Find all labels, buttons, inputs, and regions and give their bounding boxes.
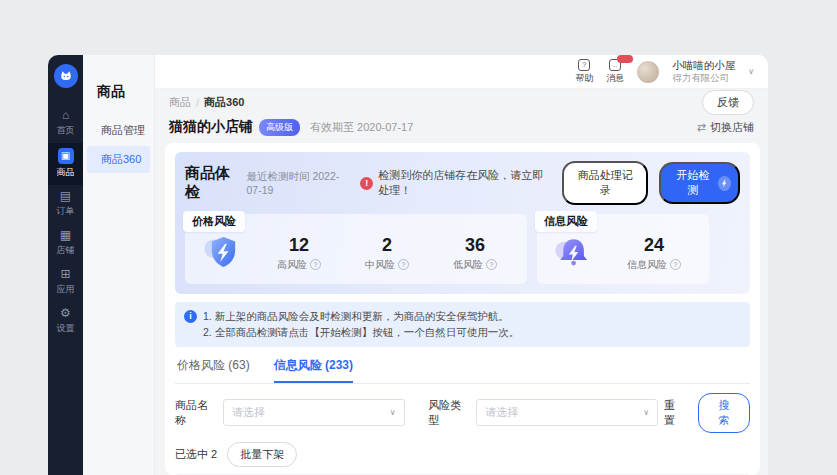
last-check-label: 最近检测时间 [247,170,310,182]
main-area: ? 帮助 ‥ 消息 小喵喵的小屋 得力有限公司 ∨ [155,55,768,475]
info-risk-value: 24 [627,235,681,256]
swap-icon: ⇄ [697,121,706,134]
breadcrumb-current: 商品360 [204,95,244,110]
product-name-select[interactable]: 请选择 ∨ [223,399,405,426]
selected-count-text: 已选中 2 [175,447,217,462]
selection-bar: 已选中 2 批量下架 [175,442,750,467]
chevron-down-icon: ∨ [643,408,649,417]
subnav-item-product-management[interactable]: 商品管理 [87,117,150,144]
sidebar-item-label: 商品 [57,166,75,179]
user-name: 小喵喵的小屋 [672,59,735,72]
help-icon: ? [578,59,590,71]
sidebar-item-apps[interactable]: ⊞ 应用 [48,263,83,302]
switch-shop-label: 切换店铺 [710,120,754,135]
selected-label: 已选中 [175,448,208,460]
risk-type-select[interactable]: 请选择 ∨ [476,399,658,426]
validity-date: 2020-07-17 [357,121,413,133]
info-risk-label: 信息风险 [627,258,667,272]
tab-price-risk[interactable]: 价格风险 (63) [177,357,250,383]
last-check-time: 最近检测时间 2022-07-19 [247,170,352,196]
info-risk-stat: 24 信息风险? [627,235,681,272]
info-risk-card-label: 信息风险 [535,211,597,232]
tab-info-risk[interactable]: 信息风险 (233) [274,357,353,383]
risk-type-placeholder: 请选择 [485,405,518,420]
help-button[interactable]: ? 帮助 [575,59,593,85]
feedback-button[interactable]: 反馈 [702,90,754,115]
sidebar-item-label: 应用 [57,283,75,296]
chevron-down-icon[interactable]: ∨ [748,67,754,76]
user-avatar[interactable] [637,61,659,83]
product-name-placeholder: 请选择 [232,405,265,420]
batch-delist-button[interactable]: 批量下架 [227,442,297,467]
lightning-icon [718,176,731,191]
messages-button[interactable]: ‥ 消息 [606,59,624,85]
low-risk-stat: 36 低风险? [453,235,497,272]
app-window: ⌂ 首页 ▣ 商品 ▤ 订单 ▦ 店铺 ⊞ 应用 ⚙ 设置 [48,55,768,475]
notice-line-1: 1. 新上架的商品风险会及时检测和更新，为商品的安全保驾护航。 [203,308,519,324]
breadcrumb-separator: / [196,97,199,109]
chevron-down-icon: ∨ [390,408,396,417]
top-header: ? 帮助 ‥ 消息 小喵喵的小屋 得力有限公司 ∨ [155,55,768,89]
risk-warning: ! 检测到你的店铺存在风险，请立即处理！ [360,168,549,198]
help-tip-icon[interactable]: ? [486,259,497,270]
shop-plan-badge: 高级版 [259,119,300,136]
filter-bar: 商品名称 请选择 ∨ 风险类型 请选择 ∨ 重置 搜索 [175,393,750,433]
sidebar-item-products[interactable]: ▣ 商品 [48,143,83,185]
help-tip-icon[interactable]: ? [310,259,321,270]
info-icon: i [184,310,197,323]
breadcrumb-parent[interactable]: 商品 [169,95,191,110]
search-button[interactable]: 搜索 [698,393,750,433]
product-checkup-panel: 商品体检 最近检测时间 2022-07-19 ! 检测到你的店铺存在风险，请立即… [175,152,750,294]
user-company: 得力有限公司 [672,72,735,84]
start-check-label: 开始检测 [674,168,712,198]
user-info[interactable]: 小喵喵的小屋 得力有限公司 [672,59,735,84]
gear-icon: ⚙ [60,307,71,320]
primary-sidebar: ⌂ 首页 ▣ 商品 ▤ 订单 ▦ 店铺 ⊞ 应用 ⚙ 设置 [48,55,83,475]
header-right-cluster: ? 帮助 ‥ 消息 小喵喵的小屋 得力有限公司 ∨ [575,59,754,85]
mid-risk-value: 2 [365,235,409,256]
price-risk-card-label: 价格风险 [183,211,245,232]
validity-label: 有效期至 [310,121,354,133]
sidebar-item-orders[interactable]: ▤ 订单 [48,185,83,224]
info-risk-card: 信息风险 [537,214,709,284]
secondary-sidebar-title: 商品 [83,55,154,115]
reset-button[interactable]: 重置 [658,394,690,432]
sidebar-item-shop[interactable]: ▦ 店铺 [48,224,83,263]
product-icon: ▣ [58,148,74,164]
price-risk-stats: 12 高风险? 2 中风险? 36 低风险? [255,235,519,272]
product-name-filter-label: 商品名称 [175,398,215,428]
app-logo[interactable] [54,64,78,88]
notice-text: 1. 新上架的商品风险会及时检测和更新，为商品的安全保驾护航。 2. 全部商品检… [203,308,519,341]
sidebar-item-label: 首页 [57,124,75,137]
low-risk-value: 36 [453,235,497,256]
help-label: 帮助 [575,72,593,85]
help-tip-icon[interactable]: ? [670,259,681,270]
shield-lightning-icon [201,232,241,276]
switch-shop-button[interactable]: ⇄ 切换店铺 [697,120,754,135]
risk-stats-row: 价格风险 [185,214,740,284]
shop-icon: ▦ [60,229,71,242]
sidebar-item-settings[interactable]: ⚙ 设置 [48,302,83,341]
home-icon: ⌂ [62,109,69,122]
low-risk-label: 低风险 [453,258,483,272]
shop-bar: 猫猫的小店铺 高级版 有效期至 2020-07-17 ⇄ 切换店铺 [155,116,768,143]
subnav-item-product-360[interactable]: 商品360 [87,146,150,173]
sidebar-item-home[interactable]: ⌂ 首页 [48,104,83,143]
high-risk-label: 高风险 [277,258,307,272]
order-icon: ▤ [60,190,71,203]
help-tip-icon[interactable]: ? [398,259,409,270]
mid-risk-stat: 2 中风险? [365,235,409,272]
bell-lightning-icon [553,233,593,275]
risk-tabs: 价格风险 (63) 信息风险 (233) [175,352,750,384]
breadcrumb: 商品 / 商品360 反馈 [155,89,768,116]
main-card: 商品体检 最近检测时间 2022-07-19 ! 检测到你的店铺存在风险，请立即… [165,143,760,475]
notice-line-2: 2. 全部商品检测请点击【开始检测】按钮，一个自然日可使用一次。 [203,324,519,340]
start-check-button[interactable]: 开始检测 [659,162,740,204]
selected-count: 2 [211,448,217,460]
process-record-button[interactable]: 商品处理记录 [562,161,648,205]
checkup-title: 商品体检 [185,164,238,202]
high-risk-stat: 12 高风险? [277,235,321,272]
mid-risk-label: 中风险 [365,258,395,272]
cat-logo-icon [59,69,73,83]
message-count-badge [617,55,633,63]
